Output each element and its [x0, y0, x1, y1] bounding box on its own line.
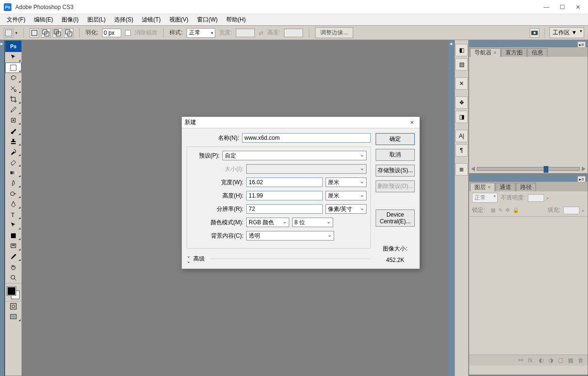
dock-histogram-icon[interactable]: ▤: [455, 58, 468, 71]
zoom-tool[interactable]: [5, 272, 21, 283]
resolution-input[interactable]: [246, 204, 323, 214]
delete-layer-icon[interactable]: 🗑: [578, 357, 584, 364]
colormode-select[interactable]: RGB 颜色: [246, 218, 289, 227]
marquee-tool[interactable]: [5, 63, 21, 73]
menu-filter[interactable]: 滤镜(T): [138, 14, 164, 25]
tab-layers[interactable]: 图层×: [470, 183, 495, 191]
brush-tool[interactable]: [5, 125, 21, 136]
pen-tool[interactable]: [5, 199, 21, 209]
menu-file[interactable]: 文件(F): [3, 14, 29, 25]
toolbox-collapse-handle[interactable]: [0, 40, 5, 376]
menu-edit[interactable]: 编辑(E): [30, 14, 57, 25]
resolution-unit-select[interactable]: 像素/英寸: [326, 204, 367, 214]
height-input[interactable]: [246, 191, 323, 200]
history-brush-tool[interactable]: [5, 146, 21, 157]
menu-layer[interactable]: 图层(L): [84, 14, 110, 25]
menu-window[interactable]: 窗口(W): [193, 14, 221, 25]
save-preset-button[interactable]: 存储预设(S)...: [376, 165, 415, 177]
adjustment-layer-icon[interactable]: ◑: [548, 357, 553, 364]
lock-image-icon[interactable]: ✎: [498, 207, 503, 213]
layers-list[interactable]: [469, 216, 588, 355]
width-input[interactable]: [246, 178, 323, 187]
selection-intersect-icon[interactable]: [64, 28, 74, 38]
blend-mode-select[interactable]: 正常: [472, 193, 498, 203]
group-icon[interactable]: ▢: [558, 357, 563, 364]
quickmask-tool[interactable]: [5, 301, 21, 312]
menu-image[interactable]: 图像(I): [58, 14, 82, 25]
minimize-button[interactable]: —: [544, 4, 549, 10]
advanced-toggle[interactable]: ⌄⌄ 高级: [187, 253, 371, 264]
dock-layers-icon[interactable]: ≣: [455, 163, 468, 176]
antialias-checkbox[interactable]: [125, 30, 131, 36]
lasso-tool[interactable]: [5, 73, 21, 84]
workspace-select[interactable]: 工作区 ▼: [549, 27, 584, 38]
dialog-close-button[interactable]: ×: [407, 119, 417, 126]
path-select-tool[interactable]: [5, 220, 21, 230]
tab-paths[interactable]: 路径: [516, 183, 536, 191]
lock-transparent-icon[interactable]: ▦: [491, 207, 495, 213]
tab-info[interactable]: 信息: [527, 48, 547, 57]
preset-select[interactable]: 自定: [222, 151, 367, 160]
link-layers-icon[interactable]: ⚯: [518, 357, 523, 364]
foreground-color[interactable]: [7, 287, 16, 295]
bg-select[interactable]: 透明: [246, 231, 334, 240]
tab-navigator[interactable]: 导航器×: [470, 48, 501, 57]
layers-panel-menu-icon[interactable]: ▸≡: [578, 176, 586, 182]
selection-add-icon[interactable]: [41, 28, 51, 38]
eyedropper-tool[interactable]: [5, 104, 21, 115]
shape-tool[interactable]: [5, 230, 21, 241]
close-button[interactable]: ✕: [576, 4, 580, 10]
selection-subtract-icon[interactable]: [52, 28, 62, 38]
dock-character-icon[interactable]: A|: [455, 130, 468, 142]
screenmode-tool[interactable]: [5, 312, 21, 322]
layer-fx-icon[interactable]: fx.: [528, 357, 534, 364]
tab-channels[interactable]: 通道: [495, 183, 515, 191]
lock-all-icon[interactable]: 🔒: [513, 207, 519, 213]
selection-new-icon[interactable]: [30, 28, 39, 38]
navigator-zoom-slider[interactable]: [471, 167, 586, 171]
new-layer-icon[interactable]: ▦: [568, 357, 573, 364]
colordepth-select[interactable]: 8 位: [292, 218, 333, 227]
hand-tool[interactable]: [5, 262, 21, 272]
layer-mask-icon[interactable]: ◐: [539, 357, 544, 364]
dock-color-icon[interactable]: ✕: [455, 77, 468, 90]
opacity-input[interactable]: [528, 194, 544, 202]
dock-paragraph-icon[interactable]: ¶: [455, 144, 468, 157]
eraser-tool[interactable]: [5, 157, 21, 167]
type-tool[interactable]: T: [5, 209, 21, 220]
quick-select-tool[interactable]: [5, 84, 21, 94]
zoom-in-icon[interactable]: [582, 167, 586, 171]
move-tool[interactable]: [5, 52, 21, 63]
menu-view[interactable]: 视图(V): [166, 14, 192, 25]
gradient-tool[interactable]: [5, 167, 21, 178]
blur-tool[interactable]: [5, 178, 21, 188]
notes-tool[interactable]: [5, 241, 21, 251]
crop-tool[interactable]: [5, 94, 21, 104]
menu-help[interactable]: 帮助(H): [222, 14, 250, 25]
marquee-preset-icon[interactable]: [4, 28, 13, 38]
color-swatches[interactable]: [5, 285, 21, 301]
style-select[interactable]: 正常: [187, 28, 215, 38]
tab-histogram[interactable]: 直方图: [501, 48, 527, 57]
lock-position-icon[interactable]: ✥: [505, 207, 510, 213]
fill-input[interactable]: [563, 207, 579, 214]
eyedropper2-tool[interactable]: [5, 251, 21, 262]
maximize-button[interactable]: ☐: [560, 4, 565, 10]
menu-select[interactable]: 选择(S): [110, 14, 137, 25]
panels-collapse-handle[interactable]: [449, 40, 454, 376]
refine-edge-button[interactable]: 调整边缘...: [315, 27, 353, 38]
dock-navigator-icon[interactable]: ◧: [455, 44, 468, 56]
ok-button[interactable]: 确定: [376, 133, 415, 145]
panel-menu-icon[interactable]: ▸≡: [578, 42, 586, 48]
bridge-icon[interactable]: [530, 28, 539, 38]
width-unit-select[interactable]: 厘米: [326, 178, 367, 187]
stamp-tool[interactable]: [5, 136, 21, 146]
feather-input[interactable]: [102, 29, 121, 37]
zoom-out-icon[interactable]: [471, 167, 475, 171]
device-central-button[interactable]: Device Central(E)...: [376, 209, 415, 227]
name-input[interactable]: [242, 133, 371, 143]
dodge-tool[interactable]: [5, 188, 21, 199]
dock-swatches-icon[interactable]: ❖: [455, 96, 468, 109]
healing-tool[interactable]: [5, 115, 21, 125]
dock-styles-icon[interactable]: ◨: [455, 111, 468, 123]
